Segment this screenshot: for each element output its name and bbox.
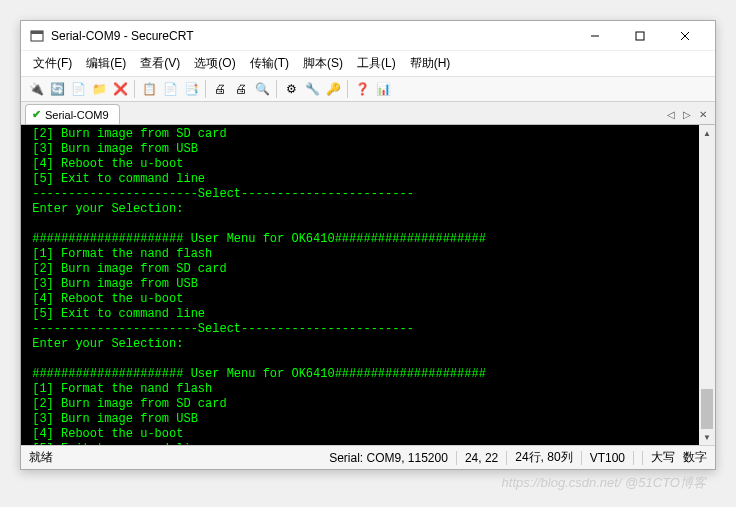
menu-tools[interactable]: 工具(L) (357, 55, 396, 72)
svg-rect-3 (636, 32, 644, 40)
paste-icon[interactable]: 📄 (161, 80, 179, 98)
status-size: 24行, 80列 (515, 449, 572, 466)
toolbar-separator (276, 80, 277, 98)
tab-label: Serial-COM9 (45, 109, 109, 121)
properties-icon[interactable]: ⚙ (282, 80, 300, 98)
scroll-thumb[interactable] (701, 389, 713, 429)
connect-icon[interactable]: 📁 (90, 80, 108, 98)
status-ready: 就绪 (29, 449, 53, 466)
help-icon[interactable]: ❓ (353, 80, 371, 98)
print2-icon[interactable]: 🖨 (232, 80, 250, 98)
titlebar: Serial-COM9 - SecureCRT (21, 21, 715, 51)
scroll-down-icon[interactable]: ▼ (699, 429, 715, 445)
settings-icon[interactable]: 🔧 (303, 80, 321, 98)
menu-view[interactable]: 查看(V) (140, 55, 180, 72)
terminal-wrap: [2] Burn image from SD card [3] Burn ima… (21, 125, 715, 445)
disconnect-icon[interactable]: ❌ (111, 80, 129, 98)
print-icon[interactable]: 🖨 (211, 80, 229, 98)
toolbar-separator (347, 80, 348, 98)
menu-transfer[interactable]: 传输(T) (250, 55, 289, 72)
window-title: Serial-COM9 - SecureCRT (51, 29, 572, 43)
status-caps: 大写 (651, 449, 675, 466)
quick-connect-icon[interactable]: 🔌 (27, 80, 45, 98)
scroll-track[interactable] (699, 141, 715, 429)
tabbar: ✔ Serial-COM9 ◁ ▷ ✕ (21, 102, 715, 125)
new-session-icon[interactable]: 📄 (69, 80, 87, 98)
app-window: Serial-COM9 - SecureCRT 文件(F) 编辑(E) 查看(V… (20, 20, 716, 470)
menu-edit[interactable]: 编辑(E) (86, 55, 126, 72)
app-icon (29, 28, 45, 44)
menu-script[interactable]: 脚本(S) (303, 55, 343, 72)
copy-icon[interactable]: 📋 (140, 80, 158, 98)
status-position: 24, 22 (465, 451, 498, 465)
terminal[interactable]: [2] Burn image from SD card [3] Burn ima… (21, 125, 715, 445)
tab-next-icon[interactable]: ▷ (679, 109, 695, 120)
close-button[interactable] (662, 22, 707, 50)
scroll-up-icon[interactable]: ▲ (699, 125, 715, 141)
scrollbar[interactable]: ▲ ▼ (699, 125, 715, 445)
status-serial: Serial: COM9, 115200 (329, 451, 448, 465)
find-icon[interactable]: 🔍 (253, 80, 271, 98)
menu-options[interactable]: 选项(O) (194, 55, 235, 72)
maximize-button[interactable] (617, 22, 662, 50)
toolbar-separator (205, 80, 206, 98)
toolbar: 🔌 🔄 📄 📁 ❌ 📋 📄 📑 🖨 🖨 🔍 ⚙ 🔧 🔑 ❓ 📊 (21, 77, 715, 102)
key-icon[interactable]: 🔑 (324, 80, 342, 98)
statusbar: 就绪 Serial: COM9, 115200 24, 22 24行, 80列 … (21, 445, 715, 469)
tab-close-icon[interactable]: ✕ (695, 109, 711, 120)
svg-rect-1 (31, 31, 43, 34)
status-emulation: VT100 (590, 451, 625, 465)
menubar: 文件(F) 编辑(E) 查看(V) 选项(O) 传输(T) 脚本(S) 工具(L… (21, 51, 715, 77)
toolbar-separator (134, 80, 135, 98)
minimize-button[interactable] (572, 22, 617, 50)
session-tab[interactable]: ✔ Serial-COM9 (25, 104, 120, 124)
window-controls (572, 22, 707, 50)
reconnect-icon[interactable]: 🔄 (48, 80, 66, 98)
paste2-icon[interactable]: 📑 (182, 80, 200, 98)
check-icon: ✔ (32, 108, 41, 121)
menu-help[interactable]: 帮助(H) (410, 55, 451, 72)
watermark: https://blog.csdn.net/ @51CTO博客 (20, 470, 716, 492)
tab-prev-icon[interactable]: ◁ (663, 109, 679, 120)
about-icon[interactable]: 📊 (374, 80, 392, 98)
menu-file[interactable]: 文件(F) (33, 55, 72, 72)
status-num: 数字 (683, 449, 707, 466)
